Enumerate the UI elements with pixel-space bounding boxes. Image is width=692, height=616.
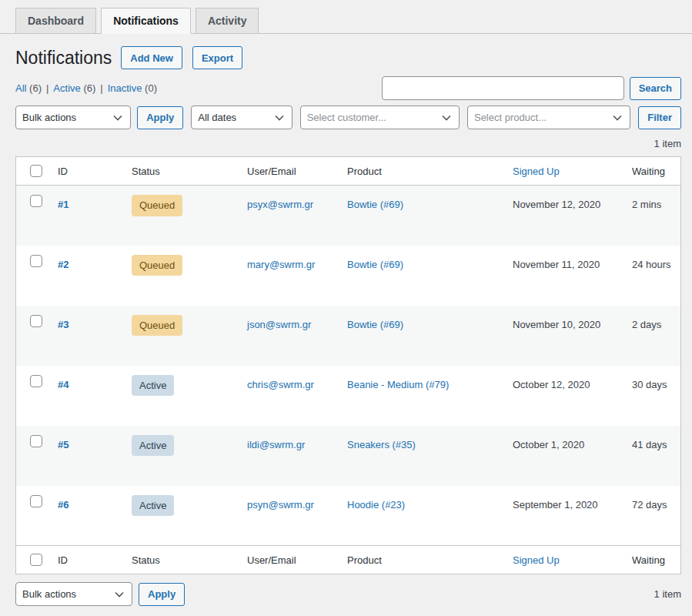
user-email-link[interactable]: json@swrm.gr bbox=[247, 319, 311, 330]
status-badge: Queued bbox=[132, 195, 182, 216]
row-checkbox[interactable] bbox=[30, 195, 42, 207]
chevron-down-icon bbox=[613, 115, 622, 121]
row-checkbox[interactable] bbox=[30, 435, 42, 447]
tab-notifications[interactable]: Notifications bbox=[101, 8, 191, 34]
waiting-duration: 2 mins bbox=[632, 199, 661, 210]
column-footer-id: ID bbox=[50, 546, 124, 574]
table-body: #1 Queued psyx@swrm.gr Bowtie (#69) Nove… bbox=[16, 186, 681, 546]
column-header-id: ID bbox=[50, 157, 124, 186]
select-all-checkbox[interactable] bbox=[30, 554, 42, 566]
notification-id-link[interactable]: #1 bbox=[58, 199, 69, 210]
chevron-down-icon bbox=[275, 115, 284, 121]
table-row: #1 Queued psyx@swrm.gr Bowtie (#69) Nove… bbox=[16, 186, 681, 246]
table-footer: ID Status User/Email Product Signed Up W… bbox=[16, 546, 681, 574]
column-footer-product: Product bbox=[339, 546, 505, 574]
table-header: ID Status User/Email Product Signed Up W… bbox=[16, 157, 681, 186]
waiting-duration: 24 hours bbox=[632, 259, 671, 270]
product-link[interactable]: Bowtie (#69) bbox=[347, 319, 403, 330]
signed-up-date: October 1, 2020 bbox=[513, 439, 584, 450]
notifications-table: ID Status User/Email Product Signed Up W… bbox=[15, 156, 681, 574]
select-all-checkbox[interactable] bbox=[30, 165, 42, 177]
user-email-link[interactable]: mary@swrm.gr bbox=[247, 259, 315, 270]
notification-id-link[interactable]: #2 bbox=[58, 259, 69, 270]
signed-up-date: November 11, 2020 bbox=[513, 259, 600, 270]
notification-id-link[interactable]: #5 bbox=[58, 439, 69, 450]
chevron-down-icon bbox=[113, 115, 122, 121]
table-row: #5 Active ildi@swrm.gr Sneakers (#35) Oc… bbox=[16, 426, 681, 486]
page-header: Notifications Add New Export bbox=[15, 46, 681, 69]
status-badge: Queued bbox=[132, 315, 182, 336]
column-header-product: Product bbox=[339, 157, 505, 186]
product-link[interactable]: Hoodie (#23) bbox=[347, 499, 405, 511]
waiting-duration: 72 days bbox=[632, 499, 667, 511]
export-button[interactable]: Export bbox=[192, 46, 242, 69]
search-button[interactable]: Search bbox=[630, 77, 681, 100]
table-row: #3 Queued json@swrm.gr Bowtie (#69) Nove… bbox=[16, 306, 681, 366]
filters-row: Bulk actions Apply All dates Select cust… bbox=[15, 105, 681, 129]
bottom-bulk-actions: Bulk actions Apply bbox=[15, 582, 185, 606]
views-and-search-row: All (6)Active (6)Inactive (0) Search bbox=[15, 76, 681, 100]
column-header-status: Status bbox=[124, 157, 239, 186]
table-row: #4 Active chris@swrm.gr Beanie - Medium … bbox=[16, 366, 681, 426]
bottom-table-nav: Bulk actions Apply 1 item bbox=[15, 582, 681, 606]
user-email-link[interactable]: chris@swrm.gr bbox=[247, 379, 314, 390]
signed-up-date: September 1, 2020 bbox=[513, 499, 598, 511]
column-footer-status: Status bbox=[124, 546, 239, 574]
column-header-signed-up-sort[interactable]: Signed Up bbox=[513, 166, 560, 177]
chevron-down-icon bbox=[115, 591, 124, 598]
product-link[interactable]: Bowtie (#69) bbox=[347, 199, 403, 210]
column-footer-user-email: User/Email bbox=[239, 546, 339, 574]
column-footer-waiting: Waiting bbox=[624, 546, 681, 574]
view-filter-links: All (6)Active (6)Inactive (0) bbox=[15, 82, 157, 94]
apply-button-bottom[interactable]: Apply bbox=[139, 583, 185, 606]
notification-id-link[interactable]: #6 bbox=[58, 499, 69, 511]
search-input[interactable] bbox=[382, 76, 624, 100]
dates-filter-select[interactable]: All dates bbox=[191, 105, 292, 129]
filter-button[interactable]: Filter bbox=[638, 106, 681, 129]
user-email-link[interactable]: psyx@swrm.gr bbox=[247, 199, 313, 210]
column-header-waiting: Waiting bbox=[624, 157, 681, 186]
view-link-all[interactable]: All (6) bbox=[15, 82, 53, 94]
user-email-link[interactable]: ildi@swrm.gr bbox=[247, 439, 305, 450]
bulk-actions-select[interactable]: Bulk actions bbox=[15, 105, 131, 129]
search-box: Search bbox=[382, 76, 681, 100]
signed-up-date: November 12, 2020 bbox=[513, 199, 600, 210]
tabs-bar: Dashboard Notifications Activity bbox=[0, 0, 692, 34]
product-link[interactable]: Beanie - Medium (#79) bbox=[347, 379, 449, 390]
page-title: Notifications bbox=[15, 47, 112, 69]
apply-button[interactable]: Apply bbox=[137, 106, 183, 129]
signed-up-date: November 10, 2020 bbox=[513, 319, 600, 330]
bulk-actions-select-bottom[interactable]: Bulk actions bbox=[15, 582, 132, 606]
user-email-link[interactable]: psyn@swrm.gr bbox=[247, 499, 314, 511]
waiting-duration: 30 days bbox=[632, 379, 667, 390]
status-badge: Active bbox=[132, 375, 174, 397]
tab-dashboard[interactable]: Dashboard bbox=[15, 8, 96, 34]
row-checkbox[interactable] bbox=[30, 255, 42, 267]
notification-id-link[interactable]: #3 bbox=[58, 319, 69, 330]
row-checkbox[interactable] bbox=[30, 495, 42, 507]
view-link-inactive[interactable]: Inactive (0) bbox=[108, 82, 157, 94]
waiting-duration: 41 days bbox=[632, 439, 667, 450]
table-row: #2 Queued mary@swrm.gr Bowtie (#69) Nove… bbox=[16, 246, 681, 306]
view-link-active[interactable]: Active (6) bbox=[53, 82, 107, 94]
notification-id-link[interactable]: #4 bbox=[58, 379, 69, 390]
product-link[interactable]: Bowtie (#69) bbox=[347, 259, 403, 270]
row-checkbox[interactable] bbox=[30, 375, 42, 387]
column-header-user-email: User/Email bbox=[239, 157, 339, 186]
items-count-top: 1 item bbox=[15, 138, 681, 149]
status-badge: Queued bbox=[132, 255, 182, 276]
column-footer-signed-up-sort[interactable]: Signed Up bbox=[513, 554, 560, 566]
customer-filter-select[interactable]: Select customer... bbox=[300, 105, 460, 129]
row-checkbox[interactable] bbox=[30, 315, 42, 327]
page-content: Notifications Add New Export All (6)Acti… bbox=[0, 46, 692, 606]
add-new-button[interactable]: Add New bbox=[121, 46, 182, 69]
status-badge: Active bbox=[132, 435, 174, 457]
chevron-down-icon bbox=[442, 115, 451, 121]
product-link[interactable]: Sneakers (#35) bbox=[347, 439, 416, 450]
waiting-duration: 2 days bbox=[632, 319, 661, 330]
tab-activity[interactable]: Activity bbox=[196, 8, 259, 34]
table-row: #6 Active psyn@swrm.gr Hoodie (#23) Sept… bbox=[16, 486, 681, 546]
status-badge: Active bbox=[132, 495, 174, 517]
product-filter-select[interactable]: Select product... bbox=[467, 105, 630, 129]
signed-up-date: October 12, 2020 bbox=[513, 379, 590, 390]
